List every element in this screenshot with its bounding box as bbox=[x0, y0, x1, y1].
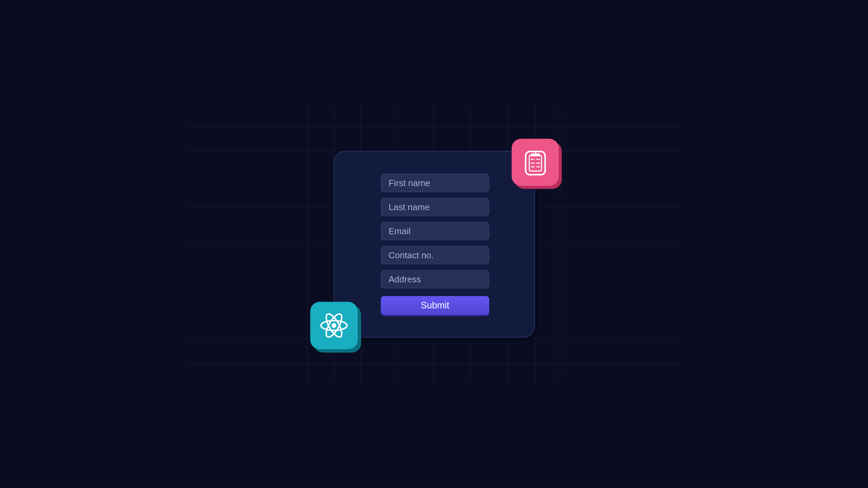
form-card: Submit bbox=[334, 151, 535, 338]
email-input[interactable] bbox=[381, 222, 489, 241]
address-input[interactable] bbox=[381, 270, 489, 289]
illustration-stage: Submit bbox=[187, 105, 681, 383]
svg-point-3 bbox=[332, 323, 336, 328]
react-badge bbox=[310, 302, 358, 349]
last-name-input[interactable] bbox=[381, 198, 489, 217]
clipboard-icon bbox=[520, 147, 551, 178]
gridline-horizontal bbox=[187, 126, 681, 127]
first-name-input[interactable] bbox=[381, 174, 489, 192]
submit-button[interactable]: Submit bbox=[381, 296, 489, 315]
clipboard-badge bbox=[512, 139, 559, 186]
gridline-vertical bbox=[307, 105, 308, 383]
contact-input[interactable] bbox=[381, 246, 489, 265]
react-icon bbox=[318, 309, 350, 342]
gridline-horizontal bbox=[187, 364, 681, 365]
